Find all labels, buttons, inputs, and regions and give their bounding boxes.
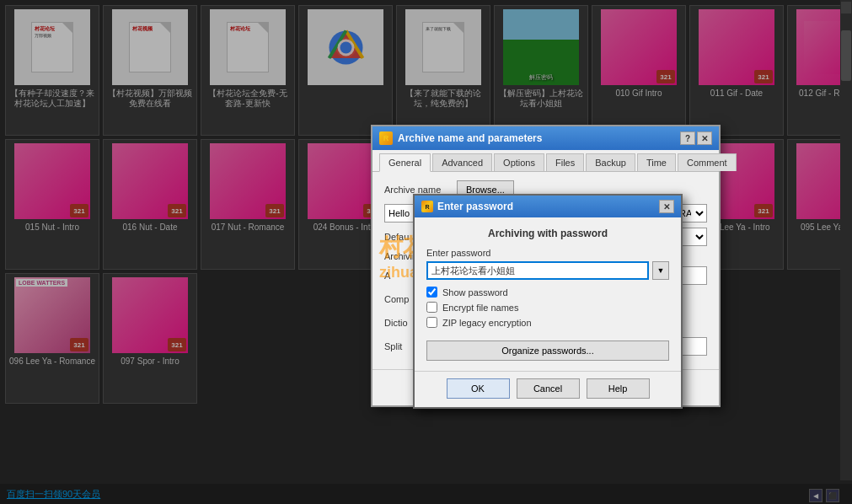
pwd-heading: Archiving with password [426,228,669,239]
winrar-icon: R [379,131,393,145]
pwd-footer: OK Cancel Help [415,371,681,407]
show-password-checkbox[interactable] [426,287,437,298]
pwd-input[interactable] [426,261,649,280]
encrypt-names-checkbox[interactable] [426,302,437,313]
tab-files[interactable]: Files [546,153,584,171]
tab-comment[interactable]: Comment [678,153,737,171]
pwd-enter-label: Enter password [426,248,669,258]
tab-options[interactable]: Options [494,153,544,171]
encrypt-names-row: Encrypt file names [426,302,669,313]
dialog-titlebar: R Archive name and parameters ? ✕ [372,126,719,150]
pwd-content: Archiving with password Enter password ▼… [415,217,681,371]
show-password-row: Show password [426,287,669,298]
pwd-close-btn[interactable]: ✕ [659,200,674,213]
dialog-title-text: Archive name and parameters [398,132,542,144]
tab-general[interactable]: General [379,153,431,172]
zip-legacy-row: ZIP legacy encryption [426,317,669,328]
help-btn-title[interactable]: ? [680,131,695,145]
show-password-label[interactable]: Show password [442,287,508,298]
dialog-title-left: R Archive name and parameters [379,131,542,145]
zip-legacy-checkbox[interactable] [426,317,437,328]
tab-backup[interactable]: Backup [586,153,635,171]
tab-advanced[interactable]: Advanced [432,153,492,171]
dialog-tabs: General Advanced Options Files Backup Ti… [372,150,719,172]
pwd-ok-btn[interactable]: OK [447,378,510,399]
pwd-dropdown-btn[interactable]: ▼ [652,261,669,280]
organize-passwords-btn[interactable]: Organize passwords... [426,340,669,361]
pwd-titlebar: R Enter password ✕ [415,196,681,217]
titlebar-controls: ? ✕ [680,131,712,145]
pwd-title-left: R Enter password [421,201,513,212]
pwd-help-btn[interactable]: Help [587,378,650,399]
zip-legacy-label[interactable]: ZIP legacy encryption [442,318,532,328]
pwd-input-row: ▼ [426,261,669,280]
winrar-logo-pwd: R [421,201,433,212]
pwd-title-text: Enter password [437,201,513,212]
tab-time[interactable]: Time [637,153,676,171]
close-btn-title[interactable]: ✕ [697,131,712,145]
pwd-cancel-btn[interactable]: Cancel [517,378,580,399]
password-dialog: R Enter password ✕ Archiving with passwo… [413,194,683,409]
encrypt-names-label[interactable]: Encrypt file names [442,303,518,313]
